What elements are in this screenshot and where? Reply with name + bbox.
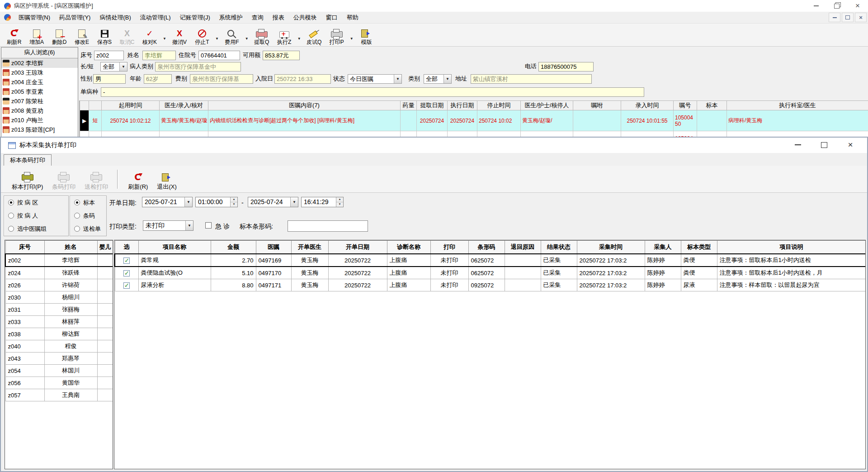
verify-dropdown-icon[interactable]: ▼ xyxy=(161,29,168,41)
stop-dropdown-icon[interactable]: ▼ xyxy=(213,29,221,41)
template-button[interactable]: 模版 xyxy=(355,24,378,46)
orders-column-header[interactable]: 医嘱内容(7) xyxy=(208,101,401,110)
orders-column-header[interactable]: 医生/录入/核对 xyxy=(160,101,208,110)
patient-grid-row[interactable]: z033 林丽萍 xyxy=(5,316,113,328)
chevron-down-icon[interactable]: ▼ xyxy=(443,75,451,83)
order-row[interactable]: ▶ 短 250724 10:02:12 黄玉梅/黄玉梅/赵璇 内镜组织活检检查与… xyxy=(80,110,868,131)
items-grid-column-header[interactable]: 结果状态 xyxy=(541,241,577,254)
chevron-down-icon[interactable]: ▼ xyxy=(185,221,193,230)
orders-column-header[interactable]: 嘱咐 xyxy=(573,101,621,110)
edit-button[interactable]: 修改E xyxy=(71,24,93,46)
items-grid-column-header[interactable]: 项目名称 xyxy=(138,241,211,254)
dialog-exit-button[interactable]: 退出(X) xyxy=(152,167,181,192)
row-checkbox[interactable] xyxy=(123,282,130,289)
radio-icon[interactable] xyxy=(74,213,80,219)
execute-button[interactable]: 执行Z xyxy=(273,24,296,46)
row-checkbox[interactable] xyxy=(123,270,130,277)
print-button[interactable]: 打印P xyxy=(326,24,348,46)
patient-grid-column-header[interactable]: 床号 xyxy=(5,241,44,254)
menu-item[interactable]: 药品管理(Y) xyxy=(55,12,95,23)
item-row[interactable]: 粪常规 2.70 0497169 黄玉梅 20250722 上腹痛 未打印 06… xyxy=(115,254,866,267)
items-grid-column-header[interactable]: 打印 xyxy=(430,241,468,254)
tab-specimen-barcode-print[interactable]: 标本条码打印 xyxy=(4,154,52,166)
restore-button[interactable] xyxy=(826,0,847,12)
time-from-spinner[interactable]: 01:00:00▲▼ xyxy=(195,197,238,207)
orders-column-header[interactable]: 药量 xyxy=(401,101,417,110)
patient-list-item[interactable]: z005 李亚素 xyxy=(1,87,78,96)
fee-dropdown-icon[interactable]: ▼ xyxy=(243,29,250,41)
items-grid-column-header[interactable]: 医嘱 xyxy=(256,241,291,254)
print-dropdown-icon[interactable]: ▼ xyxy=(348,29,355,41)
skin-test-button[interactable]: 皮试Q xyxy=(303,24,326,46)
patient-grid-row[interactable]: z038 柳达辉 xyxy=(5,328,113,340)
orders-column-header[interactable]: 提取日期 xyxy=(417,101,448,110)
patient-grid-row[interactable]: z002 李培辉 xyxy=(5,254,113,267)
mode-radio-option[interactable]: 送检单 xyxy=(70,222,106,235)
items-grid-column-header[interactable]: 开单医生 xyxy=(291,241,328,254)
menu-item[interactable]: 帮助 xyxy=(342,12,363,23)
dialog-minimize-button[interactable] xyxy=(787,138,809,152)
items-grid-column-header[interactable]: 条形码 xyxy=(468,241,505,254)
patient-grid-row[interactable]: z026 许锦荷 xyxy=(5,279,113,291)
radio-icon[interactable] xyxy=(8,213,14,219)
chevron-down-icon[interactable]: ▼ xyxy=(119,62,127,71)
item-row[interactable]: 尿液分析 8.80 0497171 黄玉梅 20250722 上腹痛 未打印 0… xyxy=(115,279,866,291)
patient-grid-row[interactable]: z057 王典南 xyxy=(5,389,113,401)
scope-radio-option[interactable]: 按 病 人 xyxy=(4,209,68,222)
orders-column-header[interactable]: 执行科室/医生 xyxy=(727,101,868,110)
stop-button[interactable]: 停止T xyxy=(191,24,213,46)
phone-field[interactable]: 18876500075 xyxy=(538,62,594,72)
radio-icon[interactable] xyxy=(74,226,80,232)
menu-item[interactable]: 医嘱管理(N) xyxy=(14,12,55,23)
dialog-refresh-button[interactable]: 刷新(R) xyxy=(123,167,152,192)
save-button[interactable]: 保存S xyxy=(93,24,116,46)
add-button[interactable]: 增加A xyxy=(25,24,48,46)
patient-list-item[interactable]: z002 李培辉 xyxy=(1,58,78,68)
delete-button[interactable]: 删除D xyxy=(48,24,71,46)
menu-item[interactable]: 报表 xyxy=(268,12,289,23)
menu-item[interactable]: 病情处理(B) xyxy=(95,12,135,23)
undo-button[interactable]: X 撤消V xyxy=(168,24,191,46)
orders-column-header[interactable]: 录入时间 xyxy=(621,101,674,110)
orders-column-header[interactable]: 停止时间 xyxy=(477,101,521,110)
urgent-checkbox[interactable] xyxy=(205,222,212,229)
items-grid-column-header[interactable]: 项目说明 xyxy=(717,241,866,254)
patient-list-item[interactable]: z008 黄亚劝 xyxy=(1,106,78,115)
items-grid-column-header[interactable]: 诊断名称 xyxy=(387,241,430,254)
radio-icon[interactable] xyxy=(8,226,14,232)
mdi-restore-button[interactable] xyxy=(842,13,854,22)
date-from-combo[interactable]: 2025-07-21▼ xyxy=(142,197,193,207)
orders-column-header[interactable]: 医生/护士/核停人 xyxy=(521,101,573,110)
patient-grid-column-header[interactable]: 婴儿 xyxy=(97,241,113,254)
patient-list-item[interactable]: z007 陈荣桂 xyxy=(1,96,78,106)
verify-button[interactable]: ✓ 核对K xyxy=(138,24,161,46)
address-field[interactable]: 紫山镇官溪村 xyxy=(471,74,592,84)
mdi-minimize-button[interactable] xyxy=(829,13,840,22)
radio-icon[interactable] xyxy=(74,200,80,205)
scope-radio-option[interactable]: 选中医嘱组 xyxy=(4,222,68,235)
mode-radio-option[interactable]: 标本 xyxy=(70,196,106,209)
category-combo[interactable]: 全部▼ xyxy=(424,74,452,84)
mdi-close-button[interactable]: × xyxy=(855,13,867,22)
menu-item[interactable]: 记账管理(J) xyxy=(175,12,215,23)
items-grid-column-header[interactable]: 选 xyxy=(115,241,138,254)
row-checkbox[interactable] xyxy=(123,257,130,264)
menu-item[interactable]: 窗口 xyxy=(321,12,342,23)
scope-radio-option[interactable]: 按 病 区 xyxy=(4,196,68,209)
spinner-arrows-icon[interactable]: ▲▼ xyxy=(336,197,343,207)
chevron-down-icon[interactable]: ▼ xyxy=(394,75,401,83)
print-type-combo[interactable]: 未打印▼ xyxy=(143,220,193,231)
close-button[interactable]: × xyxy=(847,0,868,12)
specimen-barcode-input[interactable] xyxy=(288,220,368,232)
items-grid-column-header[interactable]: 采集时间 xyxy=(577,241,645,254)
patient-grid-column-header[interactable]: 姓名 xyxy=(44,241,97,254)
admission-field[interactable]: 07664401 xyxy=(198,51,240,60)
items-grid-column-header[interactable]: 退回原因 xyxy=(505,241,541,254)
date-to-combo[interactable]: 2025-07-24▼ xyxy=(248,197,298,207)
patient-list-item[interactable]: z003 王琼珠 xyxy=(1,68,78,77)
duration-combo[interactable]: 全部▼ xyxy=(100,62,127,72)
menu-item[interactable]: 系统维护 xyxy=(215,12,247,23)
dialog-close-button[interactable]: × xyxy=(839,138,862,152)
orders-column-header[interactable]: 执行日期 xyxy=(448,101,477,110)
menu-item[interactable]: 查询 xyxy=(247,12,268,23)
